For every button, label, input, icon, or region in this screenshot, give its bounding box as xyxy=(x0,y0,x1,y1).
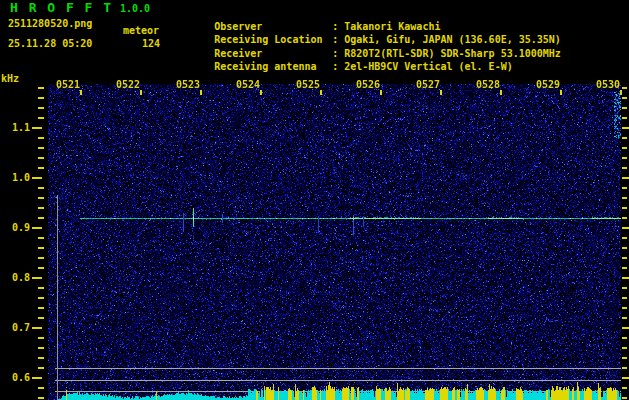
freq-minor-tick xyxy=(38,357,44,359)
freq-minor-tick xyxy=(38,87,44,89)
freq-major-tick xyxy=(622,127,629,129)
app-version: 1.0.0 xyxy=(120,3,150,14)
freq-major-tick xyxy=(32,177,42,179)
info-value: R820T2(RTL-SDR) SDR-Sharp 53.1000MHz xyxy=(344,48,561,59)
freq-minor-tick xyxy=(38,247,44,249)
spectrogram-canvas xyxy=(48,84,621,400)
freq-minor-tick xyxy=(622,107,627,109)
freq-minor-tick xyxy=(622,217,627,219)
freq-minor-tick xyxy=(622,367,627,369)
freq-axis-unit: kHz xyxy=(1,73,19,84)
info-value: Ogaki, Gifu, JAPAN (136.60E, 35.35N) xyxy=(344,34,561,45)
freq-minor-tick xyxy=(622,387,627,389)
freq-minor-tick xyxy=(38,317,44,319)
time-tick-label: 0529 xyxy=(535,79,560,90)
time-tick-label: 0521 xyxy=(55,79,80,90)
info-separator: : xyxy=(332,60,344,74)
info-label: Receiver xyxy=(214,47,332,61)
freq-minor-tick xyxy=(622,197,627,199)
freq-minor-tick xyxy=(38,97,44,99)
time-tick-label: 0526 xyxy=(355,79,380,90)
mode-label: meteor xyxy=(123,25,159,36)
freq-minor-tick xyxy=(622,117,627,119)
freq-minor-tick xyxy=(622,137,627,139)
info-value: Takanori Kawachi xyxy=(344,21,440,32)
freq-major-tick xyxy=(32,127,42,129)
freq-tick-label: 0.8 xyxy=(0,272,30,283)
freq-minor-tick xyxy=(38,107,44,109)
freq-tick-label: 0.9 xyxy=(0,222,30,233)
info-label: Observer xyxy=(214,20,332,34)
freq-tick-label: 1.0 xyxy=(0,172,30,183)
freq-minor-tick xyxy=(622,167,627,169)
freq-minor-tick xyxy=(622,287,627,289)
time-tick-label: 0525 xyxy=(295,79,320,90)
info-separator: : xyxy=(332,47,344,61)
freq-minor-tick xyxy=(38,347,44,349)
freq-major-tick xyxy=(622,277,629,279)
freq-minor-tick xyxy=(38,197,44,199)
freq-minor-tick xyxy=(38,187,44,189)
info-separator: : xyxy=(332,33,344,47)
info-value: 2el-HB9CV Vertical (el. E-W) xyxy=(344,61,513,72)
observation-datetime: 25.11.28 05:20 xyxy=(8,38,92,49)
freq-tick-label: 0.6 xyxy=(0,372,30,383)
freq-major-tick xyxy=(32,377,42,379)
freq-minor-tick xyxy=(38,217,44,219)
freq-tick-label: 1.1 xyxy=(0,122,30,133)
freq-minor-tick xyxy=(38,397,44,399)
time-tick-label: 0522 xyxy=(115,79,140,90)
freq-major-tick xyxy=(622,177,629,179)
freq-minor-tick xyxy=(622,337,627,339)
info-row-observer: Observer:Takanori Kawachi xyxy=(178,6,561,20)
info-label: Receiving Location xyxy=(214,33,332,47)
time-tick-label: 0530 xyxy=(595,79,620,90)
freq-minor-tick xyxy=(38,267,44,269)
time-tick-label: 0528 xyxy=(475,79,500,90)
freq-minor-tick xyxy=(622,267,627,269)
freq-minor-tick xyxy=(38,257,44,259)
freq-minor-tick xyxy=(622,87,627,89)
freq-minor-tick xyxy=(622,147,627,149)
freq-minor-tick xyxy=(38,237,44,239)
freq-minor-tick xyxy=(622,307,627,309)
freq-minor-tick xyxy=(622,347,627,349)
time-tick-label: 0524 xyxy=(235,79,260,90)
freq-minor-tick xyxy=(38,307,44,309)
freq-minor-tick xyxy=(622,317,627,319)
freq-minor-tick xyxy=(38,207,44,209)
hrofft-window: H R O F F T 1.0.0 2511280520.png meteor … xyxy=(0,0,629,400)
freq-minor-tick xyxy=(38,137,44,139)
freq-major-tick xyxy=(622,377,629,379)
freq-minor-tick xyxy=(622,357,627,359)
freq-minor-tick xyxy=(38,147,44,149)
freq-major-tick xyxy=(622,227,629,229)
freq-minor-tick xyxy=(622,157,627,159)
freq-minor-tick xyxy=(622,97,627,99)
time-tick-label: 0527 xyxy=(415,79,440,90)
freq-minor-tick xyxy=(622,187,627,189)
freq-minor-tick xyxy=(622,297,627,299)
station-info: Observer:Takanori Kawachi Receiving Loca… xyxy=(178,6,561,60)
freq-minor-tick xyxy=(38,167,44,169)
freq-major-tick xyxy=(32,277,42,279)
freq-minor-tick xyxy=(38,297,44,299)
freq-tick-label: 0.7 xyxy=(0,322,30,333)
output-filename: 2511280520.png xyxy=(8,18,92,29)
freq-minor-tick xyxy=(622,397,627,399)
info-separator: : xyxy=(332,20,344,34)
freq-minor-tick xyxy=(38,287,44,289)
freq-minor-tick xyxy=(38,157,44,159)
freq-major-tick xyxy=(622,327,629,329)
freq-minor-tick xyxy=(38,367,44,369)
freq-minor-tick xyxy=(38,117,44,119)
info-label: Receiving antenna xyxy=(214,60,332,74)
time-tick-label: 0523 xyxy=(175,79,200,90)
echo-count: 124 xyxy=(140,38,160,49)
freq-minor-tick xyxy=(38,387,44,389)
freq-major-tick xyxy=(32,327,42,329)
freq-minor-tick xyxy=(622,207,627,209)
app-title: H R O F F T xyxy=(10,1,113,15)
freq-minor-tick xyxy=(38,337,44,339)
freq-minor-tick xyxy=(622,247,627,249)
